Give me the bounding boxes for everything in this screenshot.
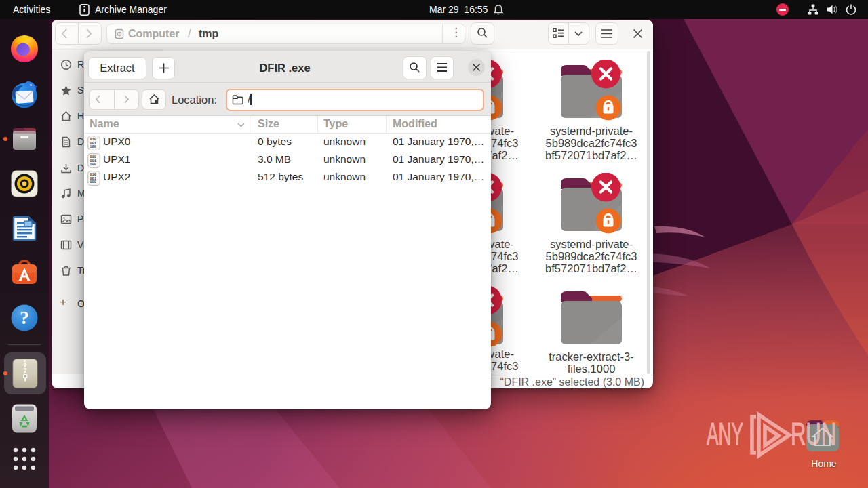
svg-text:ANY: ANY bbox=[707, 416, 743, 451]
svg-text:?: ? bbox=[20, 308, 29, 328]
svg-text:RUN: RUN bbox=[791, 416, 836, 451]
svg-text:100: 100 bbox=[90, 163, 96, 167]
svg-text:100: 100 bbox=[90, 145, 96, 149]
svg-text:100: 100 bbox=[90, 180, 96, 184]
